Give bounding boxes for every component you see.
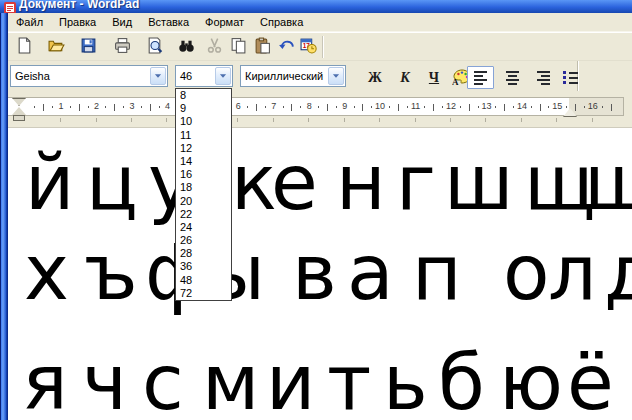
ruler-number: 9 — [342, 101, 347, 111]
align-left-button[interactable] — [467, 66, 494, 89]
script-dropdown-button[interactable] — [328, 67, 344, 85]
font-size-option[interactable]: 22 — [176, 208, 231, 221]
ruler-tick — [548, 106, 549, 108]
ruler-number: 10 — [375, 101, 385, 111]
bullets-button[interactable] — [557, 66, 583, 89]
font-size-option[interactable]: 24 — [176, 221, 231, 234]
ruler-tick — [575, 104, 576, 111]
menu-item-file[interactable]: Файл — [8, 14, 51, 30]
paste-button[interactable] — [250, 36, 274, 59]
align-right-button[interactable] — [530, 66, 556, 89]
font-size-option[interactable]: 8 — [176, 89, 231, 102]
ruler-tick — [442, 106, 443, 108]
ruler-tick — [70, 106, 71, 108]
script-combobox[interactable]: Кириллический — [240, 65, 346, 87]
ruler-tick — [105, 106, 106, 108]
ruler-tick — [469, 104, 470, 111]
document-letter: о — [503, 235, 550, 311]
italic-button[interactable]: К — [392, 66, 418, 89]
font-size-option[interactable]: 16 — [176, 168, 231, 181]
font-size-option[interactable]: 28 — [176, 247, 231, 260]
copy-button[interactable] — [226, 36, 250, 59]
ruler-number: 6 — [236, 101, 241, 111]
ruler-tick — [88, 106, 89, 108]
ruler-tick — [478, 106, 479, 108]
print-preview-button[interactable] — [142, 36, 166, 59]
font-size-option[interactable]: 48 — [176, 274, 231, 287]
wordpad-window: Документ - WordPad ФайлПравкаВидВставкаФ… — [0, 0, 632, 420]
ruler-low-tick — [237, 118, 238, 122]
font-size-option[interactable]: 18 — [176, 181, 231, 194]
font-size-option[interactable]: 72 — [176, 287, 231, 300]
menu-item-insert[interactable]: Вставка — [140, 14, 197, 30]
ruler-number: 7 — [271, 101, 276, 111]
document-letter: л — [548, 235, 597, 311]
menu-bar: ФайлПравкаВидВставкаФорматСправка — [0, 13, 632, 32]
standard-toolbar: 17 — [0, 32, 632, 61]
left-indent-marker[interactable] — [13, 115, 25, 121]
font-name-combobox[interactable]: Geisha — [10, 65, 168, 87]
font-size-dropdown-list: 891011121416182022242628364872 — [175, 88, 232, 301]
menu-item-view[interactable]: Вид — [104, 14, 140, 30]
chevron-down-icon — [154, 73, 162, 79]
ruler-tick — [283, 106, 284, 108]
document-area[interactable]: йцукенгшщшхъфываполдячсмитьбюё — [0, 127, 632, 420]
ruler-low-tick — [60, 118, 61, 122]
ruler-tick — [34, 106, 35, 108]
align-left-icon — [474, 71, 487, 85]
menu-item-format[interactable]: Формат — [197, 14, 252, 30]
font-size-option[interactable]: 11 — [176, 129, 231, 142]
ruler-tick — [540, 104, 541, 111]
ruler-tick — [291, 104, 292, 111]
font-size-combobox[interactable]: 46 — [175, 65, 233, 87]
ruler-tick — [256, 104, 257, 111]
font-size-option[interactable]: 10 — [176, 115, 231, 128]
paste-icon — [254, 37, 271, 58]
document-letter: я — [22, 345, 68, 420]
font-size-dropdown-button[interactable] — [215, 67, 231, 85]
cut-icon — [206, 37, 223, 58]
font-size-option[interactable]: 14 — [176, 155, 231, 168]
font-name-dropdown-button[interactable] — [150, 67, 166, 85]
ruler-low-tick — [450, 118, 451, 122]
open-folder-button[interactable] — [44, 36, 68, 59]
menu-item-edit[interactable]: Правка — [51, 14, 104, 30]
font-size-option[interactable]: 12 — [176, 142, 231, 155]
ruler-tick — [114, 104, 115, 111]
ruler-low-tick — [131, 118, 132, 122]
font-size-option[interactable]: 36 — [176, 260, 231, 273]
title-bar[interactable]: Документ - WordPad — [0, 0, 632, 13]
ruler-number: 4 — [165, 101, 170, 111]
ruler-tick — [336, 106, 337, 108]
date-time-button[interactable]: 17 — [296, 36, 320, 59]
date-time-icon: 17 — [300, 37, 317, 58]
save-button[interactable] — [76, 36, 100, 59]
align-center-button[interactable] — [499, 66, 525, 89]
document-letter: с — [142, 345, 184, 420]
open-folder-icon — [48, 37, 65, 58]
bold-button[interactable]: Ж — [362, 66, 388, 89]
document-letter: б — [438, 345, 485, 420]
document-letter: ш — [584, 145, 632, 221]
ruler-tick — [602, 106, 603, 108]
document-letter: ч — [82, 345, 127, 420]
copy-icon — [230, 37, 247, 58]
ruler-low-tick — [96, 118, 97, 122]
font-size-option[interactable]: 20 — [176, 195, 231, 208]
ruler-tick — [566, 106, 567, 108]
print-button[interactable] — [110, 36, 134, 59]
undo-button[interactable] — [274, 36, 298, 59]
menu-item-help[interactable]: Справка — [252, 14, 311, 30]
ruler-low-tick — [415, 118, 416, 122]
new-document-button[interactable] — [12, 36, 36, 59]
print-preview-icon — [146, 37, 163, 58]
font-size-option[interactable]: 9 — [176, 102, 231, 115]
font-size-option[interactable]: 26 — [176, 234, 231, 247]
find-button[interactable] — [174, 36, 198, 59]
ruler-tick — [150, 104, 151, 111]
cut-button — [202, 36, 226, 59]
ruler-number: 2 — [94, 101, 99, 111]
print-icon — [114, 37, 131, 58]
ruler-tick — [300, 106, 301, 108]
underline-button[interactable]: Ч — [421, 66, 447, 89]
